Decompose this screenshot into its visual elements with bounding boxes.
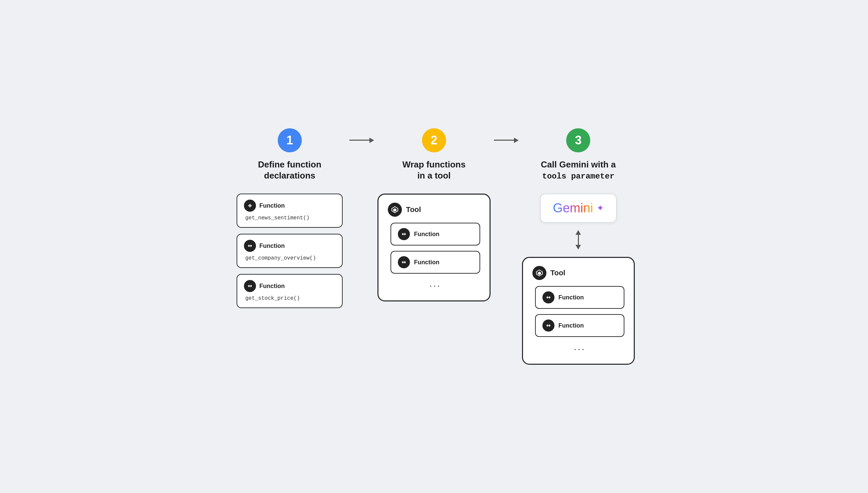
- step-3-dots: ···: [535, 342, 624, 354]
- function-card-2-header: Function: [244, 240, 335, 252]
- gemini-box: Gemini ✦: [540, 194, 616, 223]
- function-icon-2: [244, 240, 256, 252]
- step-2-tool-functions: Function Function ···: [388, 223, 480, 291]
- step-2-title: Wrap functions in a tool: [403, 159, 466, 182]
- step-3-function-row-1: Function: [535, 286, 624, 309]
- step-2-function-row-1: Function: [390, 223, 480, 245]
- function-icon-1: [244, 200, 256, 212]
- step-3-title-line1: Call Gemini with a: [541, 159, 616, 169]
- step-2-tool-header: Tool: [388, 202, 480, 217]
- step-2-dots: ···: [390, 279, 480, 291]
- svg-marker-8: [538, 272, 541, 275]
- gemini-logo: Gemini ✦: [553, 201, 604, 215]
- arrow-down: [575, 245, 581, 250]
- function-code-2: get_company_overview(): [244, 255, 335, 261]
- step-3-tool-icon: [532, 266, 546, 280]
- step-1: 1 Define function declarations: [233, 128, 346, 308]
- step-2-tool-label: Tool: [406, 205, 421, 214]
- arrow-line-1: [349, 140, 369, 141]
- step-2-func-label-1: Function: [414, 231, 439, 238]
- arrow-2-3: [490, 128, 522, 143]
- step-3-func-label-2: Function: [558, 322, 584, 329]
- step-1-number: 1: [287, 133, 293, 147]
- function-card-3: Function get_stock_price(): [236, 274, 343, 308]
- gemini-text: Gemini: [553, 201, 593, 215]
- step-2-title-line1: Wrap functions: [403, 159, 466, 169]
- function-label-1: Function: [259, 202, 285, 209]
- step-2-tool-box: Tool Function: [378, 194, 490, 301]
- step-3-title: Call Gemini with a tools parameter: [541, 159, 616, 182]
- step-1-header: 1 Define function declarations: [258, 128, 321, 182]
- step-3-tool-functions: Function Function ···: [532, 286, 624, 354]
- step-2-func-icon-2: [398, 256, 410, 268]
- step-3-title-line2: tools parameter: [542, 172, 614, 181]
- step-3-header: 3 Call Gemini with a tools parameter: [541, 128, 616, 182]
- arrow-up: [575, 230, 581, 235]
- gemini-star-icon: ✦: [597, 203, 604, 213]
- step-3-func-icon-1: [543, 292, 554, 303]
- step-2-number: 2: [431, 133, 437, 147]
- step-3-function-row-2: Function: [535, 314, 624, 337]
- function-code-3: get_stock_price(): [244, 295, 335, 301]
- function-card-2: Function get_company_overview(): [236, 234, 343, 268]
- step-2-func-icon-1: [398, 228, 410, 240]
- step-2-title-line2: in a tool: [417, 170, 451, 180]
- bidirectional-arrow: [575, 230, 581, 250]
- step-3-tool-header: Tool: [532, 266, 624, 280]
- step-3-func-label-1: Function: [558, 294, 584, 301]
- function-icon-3: [244, 280, 256, 292]
- step-3-circle: 3: [566, 128, 590, 152]
- step-1-title-line2: declarations: [264, 170, 315, 180]
- step-2-header: 2 Wrap functions in a tool: [403, 128, 466, 182]
- arrow-head-1: [369, 138, 374, 143]
- step-2-circle: 2: [422, 128, 446, 152]
- function-card-1-header: Function: [244, 200, 335, 212]
- diagram: 1 Define function declarations: [233, 128, 635, 365]
- step-3-tool-label: Tool: [550, 269, 566, 277]
- step-2: 2 Wrap functions in a tool Tool: [378, 128, 490, 302]
- step-3-right-col: Gemini ✦ Tool: [522, 194, 635, 365]
- right-arrow-1: [349, 138, 374, 143]
- step-3-tool-box: Tool Function: [522, 257, 635, 365]
- step-1-title: Define function declarations: [258, 159, 321, 182]
- step-2-func-label-2: Function: [414, 259, 439, 266]
- function-card-1: Function get_news_sentiment(): [236, 194, 343, 228]
- step-1-title-line1: Define function: [258, 159, 321, 169]
- step-1-circle: 1: [278, 128, 302, 152]
- arrow-v-line: [578, 235, 579, 245]
- right-arrow-2: [494, 138, 519, 143]
- function-label-2: Function: [259, 242, 285, 250]
- arrow-1-2: [346, 128, 378, 143]
- function-label-3: Function: [259, 283, 285, 290]
- function-card-3-header: Function: [244, 280, 335, 292]
- step-3-number: 3: [575, 133, 581, 147]
- step-2-tool-icon: [388, 202, 402, 217]
- step-3: 3 Call Gemini with a tools parameter Gem…: [522, 128, 635, 365]
- arrow-head-2: [514, 138, 519, 143]
- step-2-function-row-2: Function: [390, 251, 480, 274]
- step-1-function-cards: Function get_news_sentiment() Funct: [233, 194, 346, 308]
- step-3-func-icon-2: [543, 320, 554, 331]
- function-code-1: get_news_sentiment(): [244, 215, 335, 221]
- arrow-line-2: [494, 140, 514, 141]
- svg-marker-4: [393, 208, 396, 212]
